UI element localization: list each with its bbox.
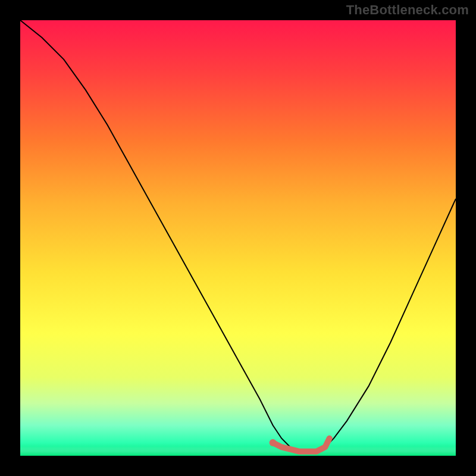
optimal-range-marker [273, 439, 330, 452]
chart-overlay [20, 20, 456, 456]
optimal-point-dot [270, 439, 277, 446]
chart-frame: TheBottleneck.com [0, 0, 476, 476]
bottleneck-curve [20, 20, 456, 452]
watermark-text: TheBottleneck.com [346, 2, 469, 18]
